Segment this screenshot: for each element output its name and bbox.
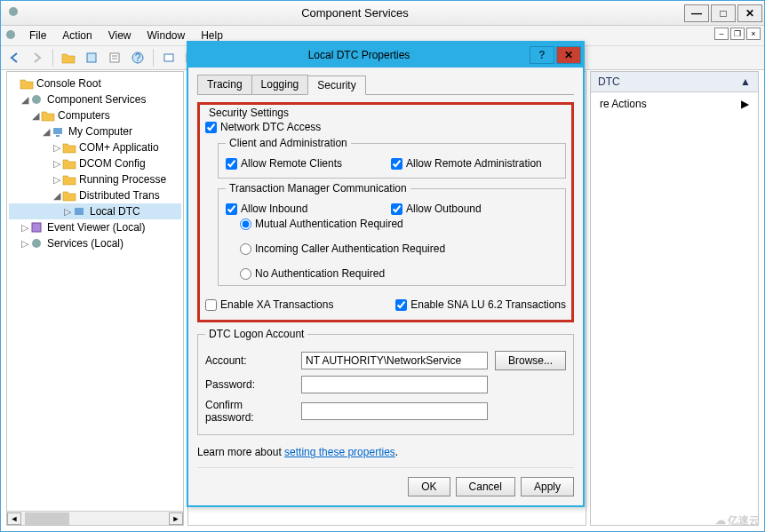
watermark: ☁亿速云 xyxy=(715,512,760,528)
watermark-text: 亿速云 xyxy=(728,514,760,527)
collapse-icon[interactable]: ▲ xyxy=(740,75,751,88)
confirm-password-input[interactable] xyxy=(301,402,488,420)
enable-xa-checkbox[interactable]: Enable XA Transactions xyxy=(205,298,333,311)
incoming-caller-auth-radio[interactable]: Incoming Caller Authentication Required xyxy=(240,242,558,255)
toolbar-extra-1[interactable] xyxy=(159,48,179,67)
child-minimize-button[interactable]: – xyxy=(714,28,729,40)
menu-view[interactable]: View xyxy=(101,28,139,44)
dialog-help-button[interactable]: ? xyxy=(530,46,554,64)
tree-event-viewer[interactable]: ▷Event Viewer (Local) xyxy=(9,219,181,235)
maximize-button[interactable]: □ xyxy=(711,4,736,22)
child-close-button[interactable]: × xyxy=(746,28,761,40)
tree-distributed-transaction[interactable]: ◢Distributed Trans xyxy=(9,187,181,203)
security-settings-legend: Security Settings xyxy=(209,107,566,119)
tree-component-services[interactable]: ◢Component Services xyxy=(9,91,181,107)
tree-label: Services (Local) xyxy=(47,237,124,250)
help-button[interactable]: ? xyxy=(128,48,147,67)
svg-rect-15 xyxy=(56,135,60,137)
actions-item-label: re Actions xyxy=(600,98,647,110)
dialog-close-button[interactable]: ✕ xyxy=(556,46,581,64)
open-folder-button[interactable] xyxy=(59,48,78,67)
radio-label: Incoming Caller Authentication Required xyxy=(255,242,445,255)
svg-rect-17 xyxy=(32,223,41,232)
window-title: Component Services xyxy=(26,6,684,20)
export-list-button[interactable] xyxy=(105,48,124,67)
dialog-title: Local DTC Properties xyxy=(188,49,530,61)
horizontal-scrollbar[interactable]: ◄ ► xyxy=(7,511,183,525)
tab-security[interactable]: Security xyxy=(307,75,365,95)
allow-inbound-checkbox[interactable]: Allow Inbound xyxy=(226,202,386,215)
child-restore-button[interactable]: ❐ xyxy=(730,28,745,40)
svg-rect-2 xyxy=(87,53,96,62)
checkbox-label: Enable SNA LU 6.2 Transactions xyxy=(410,298,566,311)
scroll-thumb[interactable] xyxy=(25,512,69,525)
console-icon xyxy=(4,28,17,44)
minimize-button[interactable]: — xyxy=(684,4,709,22)
svg-point-1 xyxy=(6,30,15,39)
tree-console-root[interactable]: Console Root xyxy=(9,75,181,91)
tree-dcom-config[interactable]: ▷DCOM Config xyxy=(9,155,181,171)
dialog-button-row: OK Cancel Apply xyxy=(197,467,574,496)
checkbox-label: Allow Remote Clients xyxy=(241,157,342,170)
menu-file[interactable]: File xyxy=(22,28,53,44)
radio-label: No Authentication Required xyxy=(255,267,385,280)
toolbar-separator xyxy=(153,49,154,67)
forward-button[interactable] xyxy=(28,48,47,67)
browse-button[interactable]: Browse... xyxy=(495,351,566,370)
local-dtc-properties-dialog: Local DTC Properties ? ✕ Tracing Logging… xyxy=(187,41,585,507)
dialog-body: Tracing Logging Security Security Settin… xyxy=(188,67,583,505)
scroll-right-button[interactable]: ► xyxy=(169,512,183,525)
tree-services[interactable]: ▷Services (Local) xyxy=(9,235,181,251)
tree-label: Event Viewer (Local) xyxy=(47,221,146,234)
account-label: Account: xyxy=(205,354,294,367)
tree-pane: Console Root ◢Component Services ◢Comput… xyxy=(6,71,184,526)
allow-outbound-checkbox[interactable]: Allow Outbound xyxy=(391,202,482,215)
tree-local-dtc[interactable]: ▷Local DTC xyxy=(9,203,181,219)
ok-button[interactable]: OK xyxy=(408,477,450,496)
tree-label: My Computer xyxy=(68,125,132,138)
svg-point-13 xyxy=(32,95,41,104)
menu-action[interactable]: Action xyxy=(55,28,99,44)
back-button[interactable] xyxy=(4,48,24,67)
enable-sna-checkbox[interactable]: Enable SNA LU 6.2 Transactions xyxy=(395,298,566,311)
allow-remote-clients-checkbox[interactable]: Allow Remote Clients xyxy=(226,157,386,170)
svg-rect-8 xyxy=(164,54,173,61)
properties-button[interactable] xyxy=(82,48,101,67)
client-admin-legend: Client and Administration xyxy=(226,137,351,149)
tree-my-computer[interactable]: ◢My Computer xyxy=(9,123,181,139)
dialog-title-bar: Local DTC Properties ? ✕ xyxy=(188,43,583,67)
tree-label: Local DTC xyxy=(90,205,140,218)
chevron-right-icon: ▶ xyxy=(741,98,749,110)
tree-label: Running Processe xyxy=(79,173,166,186)
checkbox-label: Allow Outbound xyxy=(406,202,482,215)
password-label: Password: xyxy=(205,378,294,391)
account-input[interactable] xyxy=(301,352,488,369)
security-highlight-box: Security Settings Network DTC Access Cli… xyxy=(197,102,574,322)
scroll-left-button[interactable]: ◄ xyxy=(7,512,21,525)
tab-logging[interactable]: Logging xyxy=(251,75,309,94)
dialog-tabs: Tracing Logging Security xyxy=(197,75,574,95)
apply-button[interactable]: Apply xyxy=(521,477,574,496)
learn-more-link[interactable]: setting these properties xyxy=(284,446,395,458)
tree-com-applications[interactable]: ▷COM+ Applicatio xyxy=(9,139,181,155)
more-actions-item[interactable]: re Actions ▶ xyxy=(591,92,758,115)
tree-running-processes[interactable]: ▷Running Processe xyxy=(9,171,181,187)
mutual-auth-radio[interactable]: Mutual Authentication Required xyxy=(240,218,558,230)
allow-remote-admin-checkbox[interactable]: Allow Remote Administration xyxy=(391,157,542,170)
actions-title: DTC xyxy=(598,75,620,88)
menu-window[interactable]: Window xyxy=(140,28,193,44)
cancel-button[interactable]: Cancel xyxy=(456,477,515,496)
logon-legend: DTC Logon Account xyxy=(205,328,307,340)
tree-computers[interactable]: ◢Computers xyxy=(9,107,181,123)
cloud-icon: ☁ xyxy=(715,514,726,527)
tab-tracing[interactable]: Tracing xyxy=(197,75,252,94)
close-button[interactable]: ✕ xyxy=(737,4,762,22)
tree-label: Computers xyxy=(58,109,110,122)
svg-rect-16 xyxy=(75,208,84,215)
tree-label: DCOM Config xyxy=(79,157,146,170)
password-input[interactable] xyxy=(301,376,488,393)
no-auth-radio[interactable]: No Authentication Required xyxy=(240,267,558,280)
tree-label: COM+ Applicatio xyxy=(79,141,159,154)
learn-more-prefix: Learn more about xyxy=(197,446,284,458)
network-dtc-access-checkbox[interactable]: Network DTC Access xyxy=(205,121,566,133)
